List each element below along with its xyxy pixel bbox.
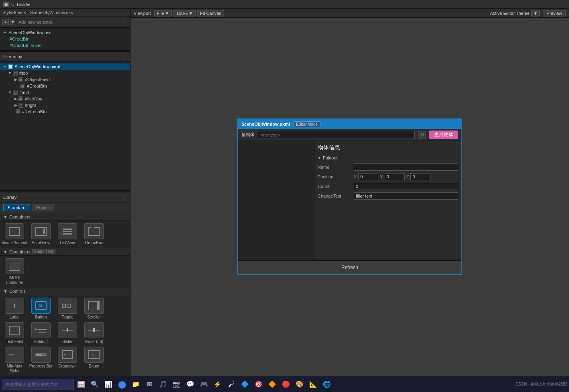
add-selector-arrow-btn[interactable]: ▼ — [10, 19, 15, 25]
lib-item-minmax-slider[interactable]: ⟺ Min-Max Slider — [2, 347, 27, 374]
lib-item-list-view[interactable]: ListView — [55, 223, 80, 245]
taskbar-search[interactable] — [2, 379, 74, 390]
selector-menu-dots[interactable]: ⋮ — [122, 19, 128, 25]
lib-grid-containers: VisualElement ScrollView — [0, 221, 130, 248]
taskbar-icon-app13[interactable]: 🔶 — [266, 378, 279, 391]
hierarchy-item-top[interactable]: ▼ □ #top — [0, 70, 130, 76]
stylesheet-child-0[interactable]: #CreatBtn — [0, 36, 130, 42]
viewport-title: Viewport — [134, 11, 151, 16]
imgui-icon-shape — [9, 262, 20, 271]
preview-btn[interactable]: Preview — [543, 10, 566, 16]
taskbar-icon-app11[interactable]: 🔷 — [239, 378, 251, 391]
hierarchy-item-root[interactable]: ▼ ⬜ SceneObjWindow.uxml — [0, 63, 130, 70]
hierarchy-item-objectfield[interactable]: ▶ ▤ #ObjectField — [0, 76, 130, 83]
fit-canvas-btn[interactable]: Fit Canvas — [197, 10, 224, 16]
file-dropdown[interactable]: File ▼ — [154, 10, 172, 16]
taskbar-icon-app6[interactable]: 📷 — [170, 378, 183, 391]
library-menu-btn[interactable]: ⋮ — [121, 194, 127, 200]
lib-item-foldout[interactable]: Foldout — [29, 322, 53, 344]
lib-item-toggle[interactable]: ✓ Toggle — [55, 298, 80, 320]
taskbar-icon-widgets[interactable]: 📊 — [102, 378, 115, 391]
h-label-root: SceneObjWindow.uxml — [14, 64, 60, 69]
lib-label-progress-bar: Progress Bar — [29, 364, 53, 369]
taskbar-icon-app15[interactable]: 🎨 — [293, 378, 306, 391]
xyz-row: X Y Z — [354, 173, 458, 180]
h-icon-root: ⬜ — [8, 64, 13, 69]
hierarchy-item-mid[interactable]: ▼ □ #mid — [0, 89, 130, 96]
lib-label-label: Label — [10, 315, 19, 320]
viewport-header: Viewport File ▼ 100% ▼ Fit Canvas — [131, 9, 569, 18]
zoom-dropdown[interactable]: 100% ▼ — [173, 10, 196, 16]
taskbar-icon-windows[interactable]: 🪟 — [75, 378, 88, 391]
hierarchy-item-creatbtn[interactable]: ▤ #CreatBtn — [0, 83, 130, 89]
taskbar: 🪟 🔍 📊 ⬤ 📁 ✉ 🎵 📷 💬 🎮 ⚡ 🖌 🔷 🎯 🔶 🔴 🎨 📐 🌐 CS… — [0, 376, 569, 392]
taskbar-icon-search[interactable]: 🔍 — [88, 378, 101, 391]
lib-item-progress-bar[interactable]: Progress Bar — [29, 347, 53, 374]
ui-window-top-row: 预制体 ⚙ 生成物体 — [238, 129, 461, 141]
tab-project[interactable]: Project — [32, 204, 54, 211]
z-input[interactable] — [410, 173, 430, 180]
hierarchy-item-listview[interactable]: ▶ ▤ #listView — [0, 96, 130, 102]
lib-item-text-field[interactable]: | Text Field — [2, 322, 27, 344]
library-title: Library — [3, 195, 17, 200]
lib-item-slider-int[interactable]: Slider (Int) — [82, 322, 106, 344]
taskbar-icon-app12[interactable]: 🎯 — [252, 378, 265, 391]
taskbar-icon-app16[interactable]: 📐 — [307, 378, 320, 391]
theme-dropdown: Active Editor Theme ▼ — [490, 10, 540, 16]
foldout-icon-shape — [35, 326, 47, 335]
stylesheet-root[interactable]: ▼ SceneObjWindow.uss — [0, 29, 130, 36]
taskbar-right-label: CSDN · 菜鸟上的小菜鸟2383 — [516, 382, 567, 387]
refresh-btn[interactable]: Refresh — [238, 261, 461, 274]
x-input[interactable] — [358, 173, 378, 180]
create-btn[interactable]: 生成物体 — [429, 131, 458, 139]
taskbar-icon-app9[interactable]: ⚡ — [211, 378, 224, 391]
field-input-name[interactable] — [354, 163, 458, 171]
lib-item-enum[interactable]: { } Enum — [82, 347, 106, 374]
taskbar-icon-app14[interactable]: 🔴 — [279, 378, 292, 391]
lib-section-label-controls: Controls — [9, 289, 26, 294]
scroll-view-icon-shape — [35, 227, 47, 236]
lib-label-visual-element: VisualElement — [2, 241, 27, 245]
lib-item-label[interactable]: T Label — [2, 298, 27, 320]
lib-item-scroller[interactable]: Scroller — [82, 298, 106, 320]
y-input[interactable] — [385, 173, 405, 180]
hierarchy-menu-btn[interactable]: ⋮ — [121, 53, 127, 60]
prefab-input[interactable] — [258, 131, 415, 139]
lib-item-scroll-view[interactable]: ScrollView — [29, 223, 53, 245]
slider-int-icon-shape — [88, 326, 100, 335]
taskbar-icon-explorer[interactable]: 📁 — [129, 378, 142, 391]
add-selector-bar: + ▼ Add new selector... ⋮ — [0, 16, 130, 28]
lib-item-button[interactable]: OK Button — [29, 298, 53, 320]
taskbar-icon-app8[interactable]: 🎮 — [198, 378, 210, 391]
viewport-left-controls: Viewport File ▼ 100% ▼ Fit Canvas — [134, 10, 224, 16]
lib-item-visual-element[interactable]: VisualElement — [2, 223, 27, 245]
taskbar-icon-chrome[interactable]: ⬤ — [116, 378, 128, 391]
lib-icon-text-field: | — [5, 322, 24, 338]
lib-item-slider[interactable]: Slider — [55, 322, 80, 344]
slider-icon-shape — [62, 326, 73, 335]
hierarchy-item-right[interactable]: ▶ □ #right — [0, 102, 130, 108]
left-panel: StyleSheets - SceneObjWindow.uss + ▼ Add… — [0, 9, 131, 376]
gear-btn[interactable]: ⚙ — [418, 131, 426, 139]
z-label: Z — [406, 174, 409, 179]
lib-item-imgui[interactable]: IMGUI Container — [2, 258, 27, 285]
lib-item-group-box[interactable]: GroupBox — [82, 223, 106, 245]
hierarchy-item-refreshbtn[interactable]: ▤ #RefreshBtn — [0, 108, 130, 115]
lib-label-minmax-slider: Min-Max Slider — [2, 364, 27, 374]
tab-standard[interactable]: Standard — [3, 204, 30, 211]
stylesheet-child-1[interactable]: #CreatBtn:hover — [0, 42, 130, 49]
taskbar-icon-app5[interactable]: 🎵 — [157, 378, 169, 391]
stylesheet-child-1-label: #CreatBtn:hover — [10, 43, 42, 48]
taskbar-icon-mail[interactable]: ✉ — [143, 378, 156, 391]
lib-item-dropdown[interactable]: ▾ Dropdown — [55, 347, 80, 374]
add-selector-plus-btn[interactable]: + — [2, 19, 9, 25]
theme-select-btn[interactable]: ▼ — [531, 10, 540, 16]
taskbar-icon-app7[interactable]: 💬 — [184, 378, 197, 391]
foldout-header[interactable]: ▼ Foldout — [318, 155, 458, 160]
field-input-count[interactable] — [354, 183, 458, 190]
field-input-changetest[interactable] — [354, 192, 458, 200]
y-label: Y — [380, 174, 383, 179]
taskbar-icon-app10[interactable]: 🖌 — [225, 378, 238, 391]
taskbar-icon-app17[interactable]: 🌐 — [320, 378, 333, 391]
lib-section-arrow-containers: ▼ — [3, 214, 8, 219]
